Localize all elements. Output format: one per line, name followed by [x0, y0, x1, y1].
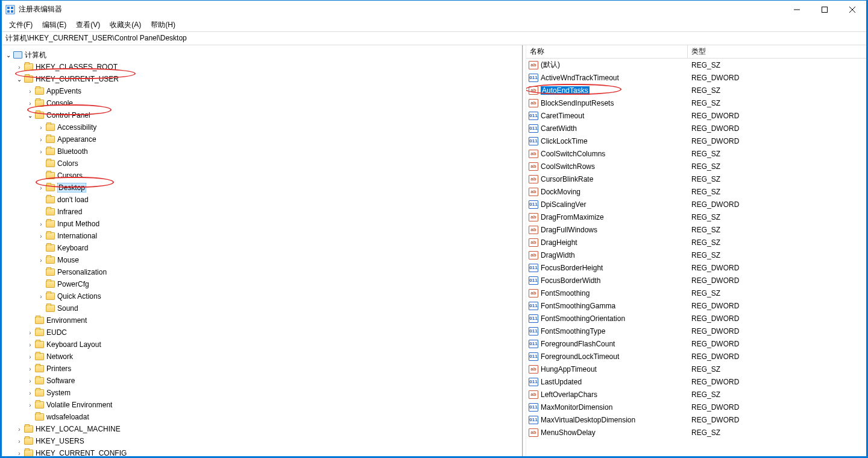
value-row[interactable]: 011LastUpdatedREG_DWORD	[526, 375, 866, 388]
expander-icon[interactable]: ⌄	[15, 76, 24, 83]
address-bar[interactable]: 计算机\HKEY_CURRENT_USER\Control Panel\Desk…	[2, 32, 866, 45]
value-row[interactable]: abDragFullWindowsREG_SZ	[526, 223, 866, 236]
value-row[interactable]: 011ForegroundFlashCountREG_DWORD	[526, 337, 866, 350]
tree-hku[interactable]: ›HKEY_USERS	[4, 435, 522, 447]
value-row[interactable]: 011CaretTimeoutREG_DWORD	[526, 109, 866, 122]
tree-hkcu-system[interactable]: ›System	[4, 387, 522, 399]
tree-hklm[interactable]: ›HKEY_LOCAL_MACHINE	[4, 423, 522, 435]
expander-icon[interactable]: ›	[26, 100, 34, 107]
tree-hkcu-console[interactable]: ›Console	[4, 97, 522, 109]
expander-icon[interactable]: ›	[15, 426, 24, 433]
value-row[interactable]: abCursorBlinkRateREG_SZ	[526, 173, 866, 185]
expander-icon[interactable]: ⌄	[26, 112, 34, 119]
minimize-button[interactable]	[783, 1, 811, 19]
value-row[interactable]: 011FontSmoothingGammaREG_DWORD	[526, 299, 866, 312]
expander-icon[interactable]: ›	[37, 233, 45, 240]
tree-cp-bluetooth[interactable]: ›Bluetooth	[4, 145, 522, 157]
tree-hkcr[interactable]: ›HKEY_CLASSES_ROOT	[4, 61, 522, 73]
column-name[interactable]: 名称	[526, 45, 688, 58]
expander-icon[interactable]: ›	[26, 88, 34, 95]
tree-cp-mouse[interactable]: ›Mouse	[4, 254, 522, 266]
tree-hkcu-software[interactable]: ›Software	[4, 375, 522, 387]
tree-hkcu-environment[interactable]: Environment	[4, 314, 522, 326]
tree-hkcc[interactable]: ›HKEY_CURRENT_CONFIG	[4, 447, 522, 456]
tree-cp-powercfg[interactable]: PowerCfg	[4, 278, 522, 290]
value-row[interactable]: 011ClickLockTimeREG_DWORD	[526, 135, 866, 147]
value-row[interactable]: 011DpiScalingVerREG_DWORD	[526, 198, 866, 211]
expander-icon[interactable]: ›	[15, 450, 24, 457]
value-row[interactable]: 011MaxMonitorDimensionREG_DWORD	[526, 401, 866, 413]
tree-hkcu-printers[interactable]: ›Printers	[4, 363, 522, 375]
tree-hkcu-control-panel[interactable]: ⌄Control Panel	[4, 109, 522, 121]
expander-icon[interactable]: ›	[15, 438, 24, 445]
expander-icon[interactable]: ›	[26, 402, 34, 409]
expander-icon[interactable]: ›	[37, 148, 45, 155]
tree-hkcu-keyboard-layout[interactable]: ›Keyboard Layout	[4, 339, 522, 351]
tree-cp-input-method[interactable]: ›Input Method	[4, 218, 522, 230]
value-row[interactable]: abMenuShowDelayREG_SZ	[526, 426, 866, 439]
tree-cp-don-t-load[interactable]: don't load	[4, 194, 522, 206]
expander-icon[interactable]: ›	[26, 354, 34, 360]
expander-icon[interactable]: ›	[26, 329, 34, 336]
menu-favorites[interactable]: 收藏夹(A)	[105, 19, 146, 31]
value-row[interactable]: abCoolSwitchColumnsREG_SZ	[526, 147, 866, 160]
value-row[interactable]: 011ActiveWndTrackTimeoutREG_DWORD	[526, 71, 866, 84]
expander-icon[interactable]: ›	[26, 366, 34, 372]
tree-hkcu-appevents[interactable]: ›AppEvents	[4, 85, 522, 97]
value-row[interactable]: 011FocusBorderHeightREG_DWORD	[526, 261, 866, 274]
expander-icon[interactable]: ⌄	[4, 52, 13, 59]
tree-cp-desktop[interactable]: ›Desktop	[4, 182, 522, 194]
value-row[interactable]: 011FontSmoothingTypeREG_DWORD	[526, 325, 866, 337]
value-row[interactable]: abLeftOverlapCharsREG_SZ	[526, 388, 866, 401]
value-row[interactable]: ab(默认)REG_SZ	[526, 59, 866, 71]
list-body[interactable]: ab(默认)REG_SZ011ActiveWndTrackTimeoutREG_…	[526, 59, 866, 456]
expander-icon[interactable]: ›	[26, 378, 34, 384]
value-row[interactable]: 011MaxVirtualDesktopDimensionREG_DWORD	[526, 413, 866, 426]
tree-root[interactable]: ⌄计算机	[4, 49, 522, 61]
expander-icon[interactable]: ›	[26, 390, 34, 396]
tree-cp-quick-actions[interactable]: ›Quick Actions	[4, 290, 522, 302]
expander-icon[interactable]: ›	[37, 221, 45, 227]
expander-icon[interactable]: ›	[15, 64, 24, 71]
tree-hkcu-network[interactable]: ›Network	[4, 351, 522, 363]
expander-icon[interactable]: ›	[26, 342, 34, 348]
tree-cp-keyboard[interactable]: Keyboard	[4, 242, 522, 254]
tree-cp-personalization[interactable]: Personalization	[4, 266, 522, 278]
column-type[interactable]: 类型	[688, 45, 866, 58]
tree-cp-international[interactable]: ›International	[4, 230, 522, 242]
value-row[interactable]: abCoolSwitchRowsREG_SZ	[526, 160, 866, 173]
value-row[interactable]: 011FontSmoothingOrientationREG_DWORD	[526, 312, 866, 325]
tree-pane[interactable]: ⌄计算机›HKEY_CLASSES_ROOT⌄HKEY_CURRENT_USER…	[2, 45, 523, 456]
value-row[interactable]: abHungAppTimeoutREG_SZ	[526, 363, 866, 375]
expander-icon[interactable]: ›	[37, 124, 45, 131]
value-row[interactable]: 011ForegroundLockTimeoutREG_DWORD	[526, 350, 866, 363]
value-row[interactable]: abBlockSendInputResetsREG_SZ	[526, 97, 866, 109]
menu-view[interactable]: 查看(V)	[71, 19, 105, 31]
menu-file[interactable]: 文件(F)	[4, 19, 37, 31]
tree-cp-colors[interactable]: Colors	[4, 157, 522, 170]
tree-cp-sound[interactable]: Sound	[4, 302, 522, 314]
menu-help[interactable]: 帮助(H)	[146, 19, 180, 31]
tree-cp-appearance[interactable]: ›Appearance	[4, 133, 522, 145]
value-row[interactable]: abDragWidthREG_SZ	[526, 249, 866, 261]
tree-cp-infrared[interactable]: Infrared	[4, 206, 522, 218]
expander-icon[interactable]: ›	[37, 293, 45, 300]
tree-hkcu[interactable]: ⌄HKEY_CURRENT_USER	[4, 73, 522, 85]
expander-icon[interactable]: ›	[37, 257, 45, 264]
value-row[interactable]: abDragFromMaximizeREG_SZ	[526, 211, 866, 223]
close-button[interactable]	[838, 1, 866, 19]
expander-icon[interactable]: ›	[37, 136, 45, 143]
value-row[interactable]: 011CaretWidthREG_DWORD	[526, 122, 866, 135]
tree-hkcu-volatile-environment[interactable]: ›Volatile Environment	[4, 399, 522, 411]
value-row[interactable]: abDockMovingREG_SZ	[526, 185, 866, 198]
maximize-button[interactable]	[811, 1, 838, 19]
tree-hkcu-eudc[interactable]: ›EUDC	[4, 326, 522, 339]
value-row[interactable]: abDragHeightREG_SZ	[526, 236, 866, 249]
tree-cp-cursors[interactable]: Cursors	[4, 170, 522, 182]
value-row[interactable]: 011FocusBorderWidthREG_DWORD	[526, 274, 866, 287]
expander-icon[interactable]: ›	[37, 185, 45, 191]
tree-cp-accessibility[interactable]: ›Accessibility	[4, 121, 522, 133]
menu-edit[interactable]: 编辑(E)	[37, 19, 71, 31]
value-row[interactable]: abAutoEndTasksREG_SZ	[526, 84, 866, 97]
tree-hkcu-wdsafeloadat[interactable]: wdsafeloadat	[4, 411, 522, 423]
